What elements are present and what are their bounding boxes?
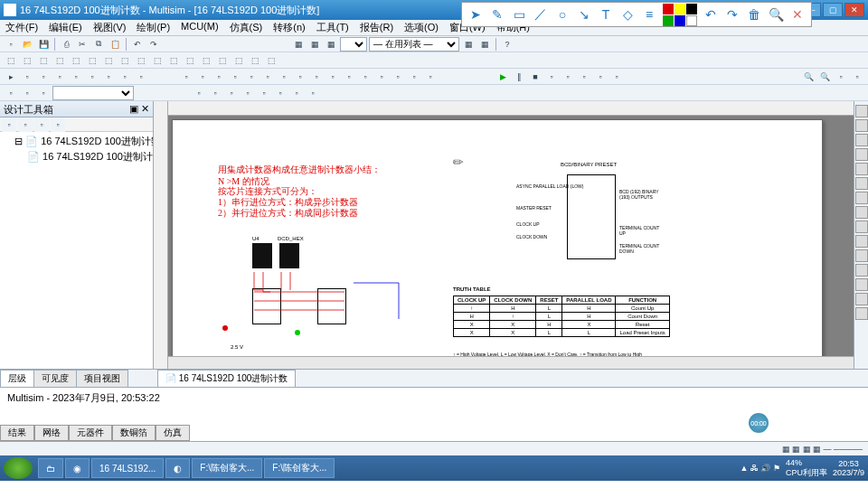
undo-tb-icon[interactable]: ↶: [130, 37, 145, 52]
tab-visibility[interactable]: 可见度: [33, 370, 77, 387]
svg-point-0: [222, 325, 228, 331]
menu-edit[interactable]: 编辑(E): [43, 20, 88, 35]
otab-comps[interactable]: 元器件: [69, 425, 112, 441]
menu-options[interactable]: 选项(O): [399, 20, 444, 35]
delete-icon[interactable]: 🗑: [746, 6, 762, 23]
tb-b[interactable]: ▦: [307, 37, 322, 52]
design-tree[interactable]: ⊟ 📄 16 74LS192D 100进制计数 📄 16 74LS192D 10…: [0, 132, 153, 369]
task-folder1[interactable]: F:\陈创客大...: [192, 458, 262, 478]
instr-1[interactable]: [855, 105, 868, 117]
task-chrome[interactable]: ◉: [65, 458, 90, 478]
maximize-button[interactable]: ▢: [823, 3, 843, 17]
redo-icon[interactable]: ↷: [724, 6, 741, 23]
zoom-select[interactable]: [340, 37, 367, 52]
task-folder2[interactable]: F:\陈创客大...: [264, 458, 335, 478]
open-icon[interactable]: 📂: [20, 37, 34, 52]
power-label: 2.5 V: [231, 344, 243, 350]
pencil-icon[interactable]: ✎: [489, 6, 505, 23]
width-icon[interactable]: ≡: [641, 6, 657, 23]
system-tray[interactable]: ▲ 🖧 🔊 ⚑ 44%CPU利用率 20:532023/7/9: [741, 458, 864, 479]
toolbox-title: 设计工具箱▣ ✕: [0, 101, 153, 117]
otab-sim[interactable]: 仿真: [156, 425, 190, 441]
status-icons: ▦ ▦ ▦ ▦ — ─────: [782, 445, 863, 454]
tab-hierarchy[interactable]: 层级: [0, 370, 34, 387]
text-icon[interactable]: T: [598, 6, 614, 23]
close-button[interactable]: ✕: [844, 3, 864, 17]
menu-tools[interactable]: 工具(T): [311, 20, 354, 35]
pointer-icon[interactable]: ➤: [467, 6, 484, 23]
doc-tab[interactable]: 📄 16 74LS192D 100进制计数: [157, 370, 296, 387]
workspace: 设计工具箱▣ ✕ ▫▫▫▫ ⊟ 📄 16 74LS192D 100进制计数 📄 …: [0, 101, 868, 369]
list-select[interactable]: — 在用列表 —: [369, 37, 459, 52]
task-app[interactable]: ◐: [165, 458, 190, 478]
note-5: 2）并行进位方式：构成同步计数器: [218, 207, 358, 220]
seg-label-2: DCD_HEX: [278, 236, 304, 241]
menu-place[interactable]: 绘制(P): [131, 20, 175, 35]
tb-e[interactable]: ▦: [477, 37, 492, 52]
tree-child[interactable]: 📄 16 74LS192D 100进制计数: [2, 149, 151, 164]
block-title: BCD/BINARY PRESET: [516, 162, 661, 167]
paste-icon[interactable]: 📋: [108, 37, 122, 52]
start-button[interactable]: [4, 457, 33, 479]
arrow-icon[interactable]: ↘: [576, 6, 592, 23]
new-icon[interactable]: ▫: [4, 37, 18, 52]
cut-icon[interactable]: ✂: [75, 37, 90, 52]
tb-d[interactable]: ▦: [461, 37, 476, 52]
menu-reports[interactable]: 报告(R): [354, 20, 399, 35]
tb-a[interactable]: ▦: [291, 37, 306, 52]
stop-icon[interactable]: ■: [528, 70, 542, 84]
schematic-sheet[interactable]: ✎ 用集成计数器构成任意进制计数器小结： N >M 的情况 按芯片连接方式可分为…: [172, 119, 823, 356]
status-bar: ▦ ▦ ▦ ▦ — ─────: [0, 441, 868, 455]
output-panel: Multisim - 2023年7月9日, 20:53:22 00:00 结果 …: [0, 387, 868, 441]
copy-icon[interactable]: ⧉: [91, 37, 106, 52]
exit-icon[interactable]: ✕: [789, 6, 806, 23]
pause-icon[interactable]: ‖: [512, 70, 526, 84]
tab-project[interactable]: 项目视图: [76, 370, 128, 387]
menu-sim[interactable]: 仿真(S): [224, 20, 269, 35]
otab-copper[interactable]: 数铜箔: [112, 425, 156, 441]
eraser-icon[interactable]: ◇: [619, 6, 636, 23]
truth-footnote: ↑ = High Voltage Level, L = Low Voltage …: [453, 352, 643, 356]
pin-icon[interactable]: ▣ ✕: [129, 103, 149, 115]
menu-file[interactable]: 文件(F): [0, 20, 43, 35]
canvas-main: ✎ 用集成计数器构成任意进制计数器小结： N >M 的情况 按芯片连接方式可分为…: [154, 101, 854, 369]
ruler-vertical: [154, 101, 168, 369]
schematic-canvas[interactable]: ✎ 用集成计数器构成任意进制计数器小结： N >M 的情况 按芯片连接方式可分为…: [168, 116, 854, 356]
menu-view[interactable]: 视图(V): [88, 20, 132, 35]
undo-icon[interactable]: ↶: [703, 6, 719, 23]
tree-root[interactable]: ⊟ 📄 16 74LS192D 100进制计数: [2, 134, 151, 149]
wires: [218, 265, 426, 355]
line-icon[interactable]: ／: [533, 6, 549, 23]
rect-icon[interactable]: ▭: [511, 6, 527, 23]
help-icon[interactable]: ?: [500, 37, 514, 52]
seg-label-1: U4: [252, 236, 259, 241]
truth-table: CLOCK UPCLOCK DOWNRESETPARALLEL LOADFUNC…: [453, 296, 670, 337]
print-icon[interactable]: ⎙: [59, 37, 73, 52]
zoom-icon[interactable]: 🔍: [768, 6, 784, 23]
task-explorer[interactable]: 🗀: [38, 458, 63, 478]
tb-c[interactable]: ▦: [324, 37, 338, 52]
otab-nets[interactable]: 网络: [34, 425, 69, 441]
comp-icon[interactable]: ⬚: [4, 53, 18, 68]
redo-tb-icon[interactable]: ↷: [146, 37, 161, 52]
run-icon[interactable]: ▶: [495, 70, 510, 84]
save-icon[interactable]: 💾: [36, 37, 51, 52]
zoom-out-icon[interactable]: 🔍: [817, 70, 832, 84]
color-palette[interactable]: [663, 4, 697, 26]
menu-mcu[interactable]: MCU(M): [175, 20, 224, 35]
timer-badge[interactable]: 00:00: [749, 413, 769, 433]
layer-select[interactable]: [52, 86, 134, 100]
circle-icon[interactable]: ○: [554, 6, 571, 23]
scrollbar-h[interactable]: [168, 356, 854, 369]
menu-transfer[interactable]: 转移(n): [268, 20, 310, 35]
annotation-toolbar: ➤ ✎ ▭ ／ ○ ↘ T ◇ ≡ ↶ ↷ 🗑 🔍 ✕: [461, 2, 812, 27]
toolbar-2: ⬚⬚⬚⬚⬚⬚⬚⬚⬚⬚⬚⬚⬚⬚⬚⬚⬚: [0, 52, 868, 69]
zoom-in-icon[interactable]: 🔍: [801, 70, 816, 84]
otab-results[interactable]: 结果: [0, 425, 34, 441]
pencil-cursor-icon: ✎: [449, 153, 467, 171]
note-1: 用集成计数器构成任意进制计数器小结：: [218, 164, 381, 176]
taskbar: 🗀 ◉ 16 74LS192... ◐ F:\陈创客大... F:\陈创客大..…: [0, 455, 868, 481]
toolbox-buttons: ▫▫▫▫: [0, 117, 153, 132]
toolbar-4: ▫▫▫ ▫▫▫▫▫▫▫▫: [0, 85, 868, 101]
task-multisim[interactable]: 16 74LS192...: [91, 458, 164, 478]
